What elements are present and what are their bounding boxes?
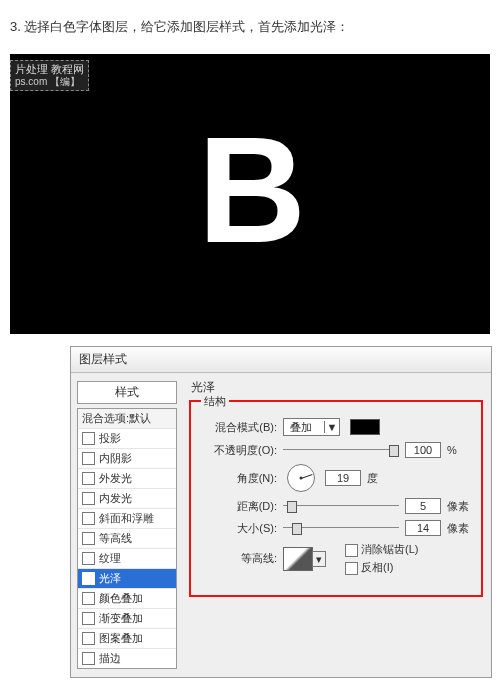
style-label: 混合选项:默认 bbox=[82, 411, 151, 426]
distance-slider[interactable] bbox=[283, 500, 399, 512]
blend-mode-label: 混合模式(B): bbox=[201, 420, 277, 435]
distance-value[interactable]: 5 bbox=[405, 498, 441, 514]
opacity-unit: % bbox=[447, 444, 471, 456]
distance-label: 距离(D): bbox=[201, 499, 277, 514]
step-instruction: 3. 选择白色字体图层，给它添加图层样式，首先添加光泽： bbox=[10, 18, 490, 36]
style-label: 渐变叠加 bbox=[99, 611, 143, 626]
invert-option[interactable]: 反相(I) bbox=[345, 560, 418, 575]
contour-picker[interactable]: ▾ bbox=[283, 547, 313, 571]
style-label: 斜面和浮雕 bbox=[99, 511, 154, 526]
angle-unit: 度 bbox=[367, 471, 391, 486]
antialias-option[interactable]: 消除锯齿(L) bbox=[345, 542, 418, 557]
style-item-outer-glow[interactable]: 外发光 bbox=[78, 469, 176, 489]
checkbox[interactable] bbox=[82, 612, 95, 625]
structure-group: 结构 混合模式(B): 叠加 ▼ 不透明度(O): 100 % bbox=[189, 400, 483, 597]
style-label: 图案叠加 bbox=[99, 631, 143, 646]
size-unit: 像素 bbox=[447, 521, 471, 536]
style-label: 光泽 bbox=[99, 571, 121, 586]
antialias-label: 消除锯齿(L) bbox=[361, 543, 418, 555]
style-item-inner-shadow[interactable]: 内阴影 bbox=[78, 449, 176, 469]
checkbox[interactable] bbox=[82, 492, 95, 505]
styles-header: 样式 bbox=[77, 381, 177, 404]
blend-mode-value: 叠加 bbox=[284, 420, 324, 435]
style-item-stroke[interactable]: 描边 bbox=[78, 649, 176, 668]
checkbox[interactable] bbox=[345, 544, 358, 557]
distance-unit: 像素 bbox=[447, 499, 471, 514]
size-slider[interactable] bbox=[283, 522, 399, 534]
invert-label: 反相(I) bbox=[361, 561, 393, 573]
style-label: 纹理 bbox=[99, 551, 121, 566]
style-label: 投影 bbox=[99, 431, 121, 446]
opacity-label: 不透明度(O): bbox=[201, 443, 277, 458]
style-item-contour[interactable]: 等高线 bbox=[78, 529, 176, 549]
style-label: 颜色叠加 bbox=[99, 591, 143, 606]
angle-value[interactable]: 19 bbox=[325, 470, 361, 486]
distance-row: 距离(D): 5 像素 bbox=[201, 498, 471, 514]
chevron-down-icon: ▼ bbox=[324, 421, 339, 433]
checkbox[interactable] bbox=[82, 632, 95, 645]
layer-style-dialog: 图层样式 样式 混合选项:默认 投影 内阴影 外发光 内发光 斜面和浮雕 等高线… bbox=[70, 346, 492, 678]
checkbox[interactable] bbox=[345, 562, 358, 575]
styles-column: 样式 混合选项:默认 投影 内阴影 外发光 内发光 斜面和浮雕 等高线 纹理 光… bbox=[71, 373, 183, 677]
settings-panel: 光泽 结构 混合模式(B): 叠加 ▼ 不透明度(O): 1 bbox=[183, 373, 491, 677]
checkbox[interactable] bbox=[82, 452, 95, 465]
watermark: 片处理 教程网 ps.com 【编】 bbox=[10, 60, 89, 91]
styles-list: 混合选项:默认 投影 内阴影 外发光 内发光 斜面和浮雕 等高线 纹理 光泽 颜… bbox=[77, 408, 177, 669]
style-item-color-overlay[interactable]: 颜色叠加 bbox=[78, 589, 176, 609]
style-item-texture[interactable]: 纹理 bbox=[78, 549, 176, 569]
style-item-blending-options[interactable]: 混合选项:默认 bbox=[78, 409, 176, 429]
angle-row: 角度(N): 19 度 bbox=[201, 464, 471, 492]
contour-label: 等高线: bbox=[201, 551, 277, 566]
style-item-gradient-overlay[interactable]: 渐变叠加 bbox=[78, 609, 176, 629]
checkbox[interactable] bbox=[82, 532, 95, 545]
style-label: 描边 bbox=[99, 651, 121, 666]
style-item-inner-glow[interactable]: 内发光 bbox=[78, 489, 176, 509]
contour-row: 等高线: ▾ 消除锯齿(L) 反相(I) bbox=[201, 542, 471, 575]
style-item-bevel-emboss[interactable]: 斜面和浮雕 bbox=[78, 509, 176, 529]
checkbox[interactable] bbox=[82, 652, 95, 665]
style-item-satin[interactable]: 光泽 bbox=[78, 569, 176, 589]
panel-title: 光泽 bbox=[191, 379, 483, 396]
opacity-row: 不透明度(O): 100 % bbox=[201, 442, 471, 458]
size-row: 大小(S): 14 像素 bbox=[201, 520, 471, 536]
checkbox[interactable] bbox=[82, 472, 95, 485]
watermark-line1: 片处理 教程网 bbox=[15, 63, 84, 76]
angle-dial[interactable] bbox=[287, 464, 315, 492]
style-label: 等高线 bbox=[99, 531, 132, 546]
style-item-drop-shadow[interactable]: 投影 bbox=[78, 429, 176, 449]
style-label: 内阴影 bbox=[99, 451, 132, 466]
checkbox[interactable] bbox=[82, 592, 95, 605]
color-swatch[interactable] bbox=[350, 419, 380, 435]
opacity-slider[interactable] bbox=[283, 444, 399, 456]
checkbox[interactable] bbox=[82, 552, 95, 565]
size-label: 大小(S): bbox=[201, 521, 277, 536]
dialog-title: 图层样式 bbox=[71, 347, 491, 373]
style-label: 内发光 bbox=[99, 491, 132, 506]
style-label: 外发光 bbox=[99, 471, 132, 486]
style-item-pattern-overlay[interactable]: 图案叠加 bbox=[78, 629, 176, 649]
blend-mode-row: 混合模式(B): 叠加 ▼ bbox=[201, 418, 471, 436]
watermark-line2: ps.com 【编】 bbox=[15, 76, 84, 88]
opacity-value[interactable]: 100 bbox=[405, 442, 441, 458]
checkbox[interactable] bbox=[82, 572, 95, 585]
checkbox[interactable] bbox=[82, 432, 95, 445]
preview-canvas: 片处理 教程网 ps.com 【编】 B bbox=[10, 54, 490, 334]
checkbox[interactable] bbox=[82, 512, 95, 525]
preview-letter: B bbox=[198, 104, 302, 277]
chevron-down-icon: ▾ bbox=[312, 551, 326, 567]
structure-label: 结构 bbox=[201, 394, 229, 409]
size-value[interactable]: 14 bbox=[405, 520, 441, 536]
angle-label: 角度(N): bbox=[201, 471, 277, 486]
blend-mode-dropdown[interactable]: 叠加 ▼ bbox=[283, 418, 340, 436]
